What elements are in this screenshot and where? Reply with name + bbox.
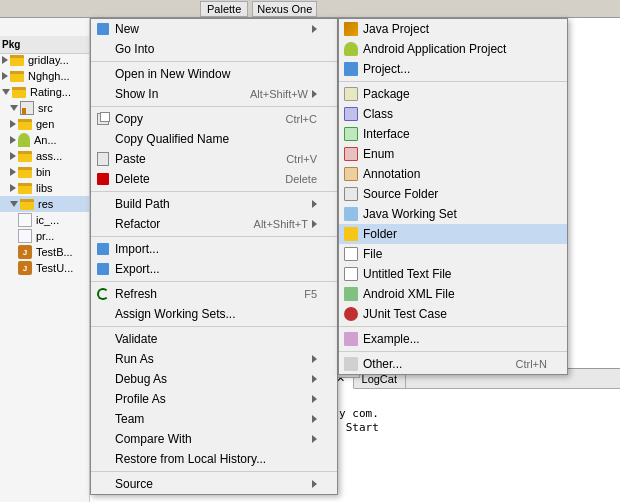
menu-item-opennew[interactable]: Open in New Window: [91, 64, 337, 84]
tree-label-ass: ass...: [36, 150, 62, 162]
submenu-srcfolder-label: Source Folder: [363, 187, 438, 201]
tree-item-rating[interactable]: Rating...: [0, 84, 89, 100]
tree-item-res[interactable]: res: [0, 196, 89, 212]
showin-arrow-icon: [312, 90, 317, 98]
menu-item-new-label: New: [115, 22, 139, 36]
submenu-item-workingset[interactable]: Java Working Set: [339, 204, 567, 224]
submenu-new: Java Project Android Application Project…: [338, 18, 568, 375]
submenu-untitled-label: Untitled Text File: [363, 267, 451, 281]
separator-4: [91, 236, 337, 237]
tree-item-an[interactable]: An...: [0, 132, 89, 148]
menu-item-copyqualified[interactable]: Copy Qualified Name: [91, 129, 337, 149]
submenu-item-package[interactable]: Package: [339, 84, 567, 104]
submenu-example-label: Example...: [363, 332, 420, 346]
submenu-class-label: Class: [363, 107, 393, 121]
submenu-item-project[interactable]: Project...: [339, 59, 567, 79]
menu-item-paste-label: Paste: [115, 152, 146, 166]
separator-5: [91, 281, 337, 282]
tree-label-ic: ic_...: [36, 214, 59, 226]
folder-icon-res: [20, 199, 34, 210]
other-shortcut: Ctrl+N: [516, 358, 547, 370]
menu-item-import-label: Import...: [115, 242, 159, 256]
tree-item-src[interactable]: src: [0, 100, 89, 116]
submenu-sep-1: [339, 81, 567, 82]
import-icon: [95, 241, 111, 257]
menu-item-opennew-label: Open in New Window: [115, 67, 230, 81]
separator-2: [91, 106, 337, 107]
menu-item-restore[interactable]: Restore from Local History...: [91, 449, 337, 469]
menu-item-validate[interactable]: Validate: [91, 329, 337, 349]
submenu-item-srcfolder[interactable]: Source Folder: [339, 184, 567, 204]
menu-item-source[interactable]: Source: [91, 474, 337, 494]
src-folder-icon: [343, 186, 359, 202]
submenu-file-label: File: [363, 247, 382, 261]
menu-item-gointo[interactable]: Go Into: [91, 39, 337, 59]
submenu-item-enum[interactable]: Enum: [339, 144, 567, 164]
submenu-item-annotation[interactable]: Annotation: [339, 164, 567, 184]
menu-item-comparewith[interactable]: Compare With: [91, 429, 337, 449]
folder-icon-gen: [18, 119, 32, 130]
menu-item-debugas[interactable]: Debug As: [91, 369, 337, 389]
menu-item-team[interactable]: Team: [91, 409, 337, 429]
nexus-dropdown[interactable]: Nexus One: [252, 1, 317, 17]
menu-item-refresh[interactable]: Refresh F5: [91, 284, 337, 304]
submenu-item-xmlfile[interactable]: Android XML File: [339, 284, 567, 304]
paste-shortcut: Ctrl+V: [286, 153, 317, 165]
menu-item-gointo-label: Go Into: [115, 42, 154, 56]
submenu-item-folder[interactable]: Folder: [339, 224, 567, 244]
submenu-item-file[interactable]: File: [339, 244, 567, 264]
tree-item-gridlay[interactable]: gridlay...: [0, 52, 89, 68]
submenu-item-class[interactable]: Class: [339, 104, 567, 124]
submenu-item-javaproject[interactable]: Java Project: [339, 19, 567, 39]
tree-label-an: An...: [34, 134, 57, 146]
refactor-shortcut: Alt+Shift+T: [254, 218, 308, 230]
menu-item-runas[interactable]: Run As: [91, 349, 337, 369]
menu-item-delete[interactable]: Delete Delete: [91, 169, 337, 189]
tree-item-nghgh[interactable]: Nghgh...: [0, 68, 89, 84]
expand-icon-gen: [10, 120, 16, 128]
submenu-item-other[interactable]: Other... Ctrl+N: [339, 354, 567, 374]
menu-item-profileas-label: Profile As: [115, 392, 166, 406]
expand-icon-res: [10, 201, 18, 207]
debugas-arrow-icon: [312, 375, 317, 383]
submenu-package-label: Package: [363, 87, 410, 101]
tree-item-libs[interactable]: libs: [0, 180, 89, 196]
menu-item-import[interactable]: Import...: [91, 239, 337, 259]
tree-item-pr[interactable]: pr...: [0, 228, 89, 244]
tree-item-testb[interactable]: J TestB...: [0, 244, 89, 260]
tree-label-bin: bin: [36, 166, 51, 178]
submenu-enum-label: Enum: [363, 147, 394, 161]
example-icon: [343, 331, 359, 347]
tree-label-libs: libs: [36, 182, 53, 194]
submenu-item-example[interactable]: Example...: [339, 329, 567, 349]
tree-item-ic[interactable]: ic_...: [0, 212, 89, 228]
menu-item-comparewith-label: Compare With: [115, 432, 192, 446]
menu-item-paste[interactable]: Paste Ctrl+V: [91, 149, 337, 169]
submenu-item-androidproject[interactable]: Android Application Project: [339, 39, 567, 59]
folder-icon-rating: [12, 87, 26, 98]
menu-item-profileas[interactable]: Profile As: [91, 389, 337, 409]
tree-label-src: src: [38, 102, 53, 114]
menu-item-copy[interactable]: Copy Ctrl+C: [91, 109, 337, 129]
submenu-folder-label: Folder: [363, 227, 397, 241]
submenu-other-label: Other...: [363, 357, 402, 371]
pr-icon: [18, 229, 32, 243]
menu-item-buildpath[interactable]: Build Path: [91, 194, 337, 214]
submenu-item-untitled[interactable]: Untitled Text File: [339, 264, 567, 284]
tree-item-testu[interactable]: J TestU...: [0, 260, 89, 276]
copy-icon: [95, 111, 111, 127]
tree-item-ass[interactable]: ass...: [0, 148, 89, 164]
separator-3: [91, 191, 337, 192]
tree-item-gen[interactable]: gen: [0, 116, 89, 132]
menu-item-showin[interactable]: Show In Alt+Shift+W: [91, 84, 337, 104]
submenu-item-interface[interactable]: Interface: [339, 124, 567, 144]
separator-7: [91, 471, 337, 472]
menu-item-export[interactable]: Export...: [91, 259, 337, 279]
submenu-item-junit[interactable]: JUnit Test Case: [339, 304, 567, 324]
menu-item-assignsets[interactable]: Assign Working Sets...: [91, 304, 337, 324]
java-icon-testu: J: [18, 261, 32, 275]
ic-icon: [18, 213, 32, 227]
tree-item-bin[interactable]: bin: [0, 164, 89, 180]
menu-item-refactor[interactable]: Refactor Alt+Shift+T: [91, 214, 337, 234]
menu-item-new[interactable]: New: [91, 19, 337, 39]
